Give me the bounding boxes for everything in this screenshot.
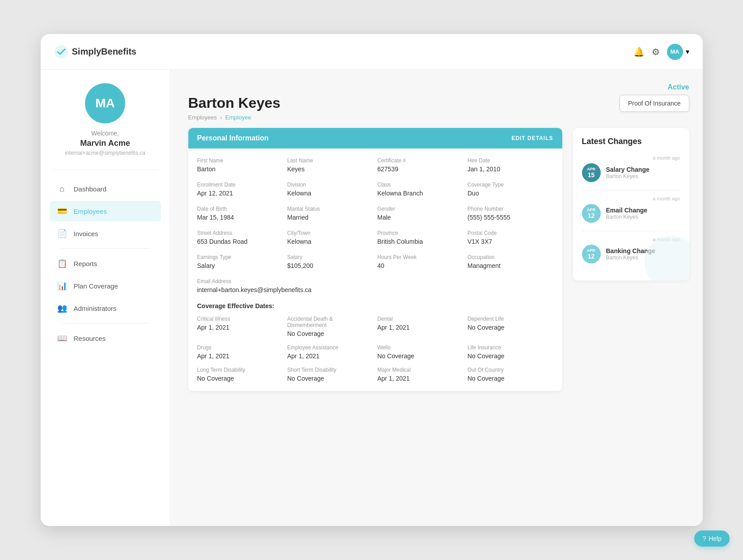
field-street-address: Street Address 653 Dundas Road [197, 230, 283, 245]
user-dropdown[interactable]: MA ▾ [667, 44, 689, 60]
coverage-eap: Employee Assistance Apr 1, 2021 [287, 344, 373, 360]
notifications-button[interactable]: 🔔 [633, 47, 645, 57]
two-col-layout: Personal Information EDIT DETAILS First … [188, 128, 689, 391]
sidebar-item-dashboard[interactable]: ⌂ Dashboard [50, 179, 161, 199]
coverage-critical-illness: Critical Illness Apr 1, 2021 [197, 316, 283, 337]
invoices-icon: 📄 [57, 229, 68, 238]
plan-coverage-icon: 📊 [57, 281, 68, 291]
settings-button[interactable]: ⚙ [652, 47, 660, 57]
info-card-title: Personal Information [197, 134, 269, 142]
coverage-wello: Wello No Coverage [378, 344, 463, 360]
sidebar-divider [53, 170, 157, 170]
help-button[interactable]: ? Help [694, 530, 730, 547]
breadcrumb-current[interactable]: Employee [225, 114, 251, 121]
coverage-section-title: Coverage Effective Dates: [197, 302, 553, 310]
field-dob: Date of Birth Mar 15, 1984 [197, 206, 283, 221]
latest-changes-card: Latest Changes a month ago Apr 15 Salar [573, 128, 689, 280]
field-last-name: Last Name Keyes [287, 157, 373, 173]
sidebar-user-name: Marvin Acme [80, 139, 130, 148]
administrators-icon: 👥 [57, 303, 68, 313]
sidebar-item-employees[interactable]: 💳 Employees [50, 201, 161, 221]
change-person-1: Barton Keyes [606, 173, 650, 179]
side-column: Latest Changes a month ago Apr 15 Salar [573, 128, 689, 391]
field-enrollment-date: Enrollment Date Apr 12, 2021 [197, 182, 283, 197]
change-avatar-2: Apr 12 [582, 204, 601, 223]
change-item-2: a month ago Apr 12 Email Change Barton K… [582, 196, 680, 223]
main-column: Personal Information EDIT DETAILS First … [188, 128, 562, 391]
change-time-2: a month ago [582, 196, 680, 201]
field-salary: Salary $105,200 [287, 254, 373, 269]
sidebar-item-plan-coverage[interactable]: 📊 Plan Coverage [50, 276, 161, 296]
field-postal-code: Postal Code V1X 3X7 [467, 230, 553, 245]
field-division: Division Kelowna [287, 182, 373, 197]
field-class: Class Kelowna Branch [378, 182, 463, 197]
change-time-1: a month ago [582, 155, 680, 161]
coverage-std: Short Term Disability No Coverage [287, 367, 373, 382]
field-coverage-type: Coverage Type Duo [467, 182, 553, 197]
change-type-2: Email Change [606, 207, 648, 214]
content-area: Active Barton Keyes Employees › Employee… [170, 70, 703, 526]
user-avatar-small: MA [667, 44, 683, 60]
field-occupation: Occupation Managment [467, 254, 553, 269]
home-icon: ⌂ [57, 184, 68, 194]
sidebar-item-reports[interactable]: 📋 Reports [50, 253, 161, 274]
sidebar-divider2 [60, 248, 149, 249]
change-type-1: Salary Change [606, 166, 650, 173]
change-info-2: Email Change Barton Keyes [606, 207, 648, 220]
field-earnings-type: Earnings Type Salary [197, 254, 283, 269]
field-email: Email Address internal+barton.keyes@simp… [197, 278, 553, 293]
logo: SimplyBenefits [54, 45, 136, 59]
change-person-2: Barton Keyes [606, 214, 648, 220]
help-label: Help [709, 535, 722, 542]
sidebar-avatar: MA [85, 83, 125, 123]
sidebar-item-label: Dashboard [74, 185, 106, 193]
sidebar-item-resources[interactable]: 📖 Resources [50, 328, 161, 348]
sidebar-item-label: Reports [74, 260, 98, 267]
field-hours-per-week: Hours Per Week 40 [378, 254, 463, 269]
field-phone: Phone Number (555) 555-5555 [467, 206, 553, 221]
breadcrumb: Employees › Employee [188, 114, 280, 121]
field-hire-date: Hire Date Jan 1, 2010 [467, 157, 553, 173]
sidebar-item-label: Administrators [74, 305, 117, 312]
top-nav: SimplyBenefits 🔔 ⚙ MA ▾ [41, 34, 703, 70]
nav-right: 🔔 ⚙ MA ▾ [633, 44, 689, 60]
coverage-life-insurance: Life Insurance No Coverage [467, 344, 553, 360]
coverage-section: Coverage Effective Dates: Critical Illne… [197, 302, 553, 382]
page-header: Barton Keyes Employees › Employee Proof … [188, 95, 689, 121]
field-province: Province British Columbia [378, 230, 463, 245]
sidebar-item-label: Plan Coverage [74, 282, 118, 290]
field-first-name: First Name Barton [197, 157, 283, 173]
proof-of-insurance-button[interactable]: Proof Of Insurance [620, 95, 689, 112]
coverage-ltd: Long Term Disability No Coverage [197, 367, 283, 382]
change-avatar-3: Apr 12 [582, 245, 601, 263]
coverage-dental: Dental Apr 1, 2021 [378, 316, 463, 337]
edit-details-button[interactable]: EDIT DETAILS [511, 135, 553, 141]
sidebar-item-invoices[interactable]: 📄 Invoices [50, 223, 161, 244]
field-gender: Gender Male [378, 206, 463, 221]
field-city: City/Town Kelowna [287, 230, 373, 245]
sidebar-nav: ⌂ Dashboard 💳 Employees 📄 Invoices 📋 Rep… [41, 179, 170, 350]
change-row-2: Apr 12 Email Change Barton Keyes [582, 204, 680, 223]
logo-icon [54, 45, 68, 59]
status-row: Active [188, 83, 689, 91]
sidebar-welcome: Welcome, [91, 130, 119, 137]
personal-info-card: Personal Information EDIT DETAILS First … [188, 128, 562, 391]
info-card-header: Personal Information EDIT DETAILS [188, 128, 562, 148]
sidebar-item-administrators[interactable]: 👥 Administrators [50, 298, 161, 318]
sidebar: MA Welcome, Marvin Acme internal+acme@si… [41, 70, 170, 526]
reports-icon: 📋 [57, 259, 68, 268]
coverage-add: Accidental Death & Dismemberment No Cove… [287, 316, 373, 337]
coverage-major-medical: Major Medical Apr 1, 2021 [378, 367, 463, 382]
field-certificate: Certificate # 627539 [378, 157, 463, 173]
employees-icon: 💳 [57, 206, 68, 216]
breadcrumb-base[interactable]: Employees [188, 114, 217, 121]
change-avatar-1: Apr 15 [582, 163, 601, 182]
logo-text: SimplyBenefits [72, 47, 136, 57]
change-info-1: Salary Change Barton Keyes [606, 166, 650, 179]
info-card-body: First Name Barton Last Name Keyes Certif… [188, 148, 562, 391]
latest-changes-title: Latest Changes [582, 137, 680, 146]
sidebar-divider3 [60, 323, 149, 323]
dropdown-arrow: ▾ [686, 47, 689, 56]
coverage-grid: Critical Illness Apr 1, 2021 Accidental … [197, 316, 553, 382]
sidebar-item-label: Invoices [74, 230, 98, 238]
